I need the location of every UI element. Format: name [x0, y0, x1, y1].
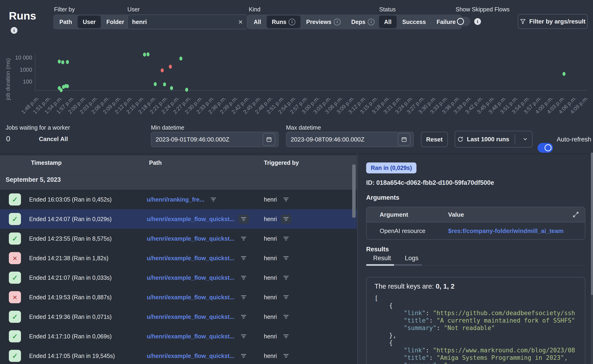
calendar-icon [266, 136, 272, 143]
row-path-link[interactable]: u/henri/example_flow_quickst... [147, 294, 235, 301]
row-path-link[interactable]: u/henri/example_flow_quickst... [147, 216, 235, 222]
kind-option-runs[interactable]: Runsi [267, 16, 301, 28]
expand-args-button[interactable] [572, 211, 579, 218]
kind-option-all[interactable]: All [249, 16, 266, 28]
run-data-point-success[interactable] [179, 57, 182, 60]
show-skipped-info-icon[interactable]: i [474, 18, 481, 25]
filter-by-user-icon[interactable] [281, 214, 291, 224]
user-search-value: henri [132, 18, 238, 26]
auto-refresh-toggle[interactable] [538, 143, 553, 153]
filter-args-button[interactable]: Filter by args/result [518, 14, 588, 29]
show-skipped-toggle[interactable] [455, 17, 470, 26]
max-datetime-input[interactable]: 2023-09-08T09:46:00.000Z [286, 132, 414, 147]
filter-by-user-icon[interactable] [281, 312, 291, 321]
table-row[interactable]: ×Ended 14:21:38 (Ran in 1,82s)u/henri/ex… [0, 248, 357, 268]
column-timestamp[interactable]: Timestamp [31, 159, 62, 166]
table-row[interactable]: ✓Ended 14:21:07 (Ran in 0,033s)u/henri/e… [0, 268, 357, 288]
filter-by-user-icon[interactable] [281, 273, 291, 282]
argument-value-link[interactable]: $res:f/company-folder/windmill_ai_team [448, 228, 564, 234]
row-path-link[interactable]: u/henri/ranking_fre... [147, 196, 204, 203]
column-triggered-by[interactable]: Triggered by [264, 159, 299, 166]
filter-by-path-icon[interactable] [238, 292, 249, 302]
run-data-point-success[interactable] [61, 60, 64, 64]
info-icon[interactable]: i [368, 19, 375, 25]
row-path-link[interactable]: u/henri/example_flow_quickst... [147, 353, 235, 359]
cancel-all-button[interactable]: Cancel All [39, 136, 68, 143]
status-option-success[interactable]: Success [397, 16, 431, 28]
run-data-point-success[interactable] [170, 86, 173, 90]
row-path-link[interactable]: u/henri/example_flow_quickst... [147, 313, 235, 320]
table-row[interactable]: ✓Ended 14:23:55 (Ran in 8,575s)u/henri/e… [0, 229, 357, 249]
user-search-input[interactable]: henri × [127, 14, 247, 29]
kind-segmented: AllRunsiPreviewsiDepsi [247, 14, 381, 29]
table-row[interactable]: ✓Ended 14:19:36 (Ran in 0,071s)u/henri/e… [0, 307, 357, 327]
row-timestamp: Ended 16:03:05 (Ran in 0,452s) [29, 196, 112, 203]
run-data-point-success[interactable] [60, 88, 63, 92]
filter-by-user-icon[interactable] [281, 292, 291, 302]
table-row[interactable]: ✓Ended 14:17:10 (Ran in 0,069s)u/henri/e… [0, 326, 357, 346]
run-data-point-failure[interactable] [169, 65, 172, 69]
filter-by-option-folder[interactable]: Folder [101, 16, 129, 28]
y-tick-label: 10 000 [7, 54, 32, 61]
run-data-point-failure[interactable] [161, 68, 164, 72]
table-row[interactable]: ×Ended 14:19:53 (Ran in 0,887s)u/henri/e… [0, 287, 357, 307]
result-viewer[interactable]: The result keys are: 0, 1, 2 [ { "link":… [366, 277, 585, 364]
filter-by-option-user[interactable]: User [78, 16, 101, 28]
run-data-point-success[interactable] [163, 82, 166, 86]
status-option-all[interactable]: All [379, 16, 397, 28]
last-runs-button[interactable]: Last 1000 runs [455, 131, 533, 148]
run-data-point-success[interactable] [66, 84, 69, 88]
table-row[interactable]: ✓Ended 14:17:05 (Ran in 19,545s)u/henri/… [0, 346, 357, 364]
run-data-point-success[interactable] [154, 82, 157, 86]
json-key: "summary" [404, 325, 436, 332]
filter-by-path-icon[interactable] [238, 312, 249, 321]
column-path[interactable]: Path [149, 159, 162, 166]
filter-by-path-icon[interactable] [238, 351, 249, 360]
filter-by-path-icon[interactable] [238, 332, 249, 341]
row-path-link[interactable]: u/henri/example_flow_quickst... [147, 274, 235, 281]
run-data-point-success[interactable] [58, 59, 61, 64]
runs-info-icon[interactable]: i [11, 27, 18, 34]
last-runs-dropdown[interactable] [519, 136, 532, 142]
kind-option-previews[interactable]: Previewsi [301, 16, 345, 28]
filter-args-label: Filter by args/result [529, 18, 585, 25]
calendar-icon [401, 136, 407, 143]
row-path-link[interactable]: u/henri/example_flow_quickst... [147, 333, 235, 340]
run-data-point-success[interactable] [66, 60, 69, 64]
clear-input-icon[interactable]: × [238, 18, 243, 26]
filter-by-user-icon[interactable] [281, 351, 291, 360]
filter-by-path-icon[interactable] [238, 214, 249, 224]
min-datetime-input[interactable]: 2023-09-01T09:46:00.000Z [151, 132, 279, 147]
option-label: Success [402, 19, 426, 25]
tab-logs[interactable]: Logs [405, 255, 419, 262]
run-data-point-success[interactable] [143, 52, 146, 57]
run-data-point-success[interactable] [146, 52, 150, 56]
filter-by-option-path[interactable]: Path [54, 16, 77, 28]
option-label: Folder [106, 19, 124, 25]
run-data-point-success[interactable] [185, 88, 188, 92]
kind-option-deps[interactable]: Depsi [346, 16, 380, 28]
reset-button[interactable]: Reset [421, 132, 448, 147]
filter-by-user-icon[interactable] [281, 254, 291, 263]
page-scrollbar-thumb[interactable] [591, 153, 593, 295]
filter-by-path-icon[interactable] [208, 195, 219, 204]
filter-by-path-icon[interactable] [238, 234, 249, 243]
table-row[interactable]: ✓Ended 14:24:07 (Ran in 0,029s)u/henri/e… [0, 209, 357, 229]
filter-by-path-icon[interactable] [238, 273, 249, 282]
min-calendar-button[interactable] [263, 133, 275, 146]
json-key: "link" [404, 347, 426, 354]
info-icon[interactable]: i [334, 19, 341, 25]
run-data-point-success[interactable] [562, 72, 566, 76]
filter-by-user-icon[interactable] [281, 332, 291, 341]
row-path-link[interactable]: u/henri/example_flow_quickst... [147, 235, 235, 242]
filter-by-path-icon[interactable] [238, 254, 249, 263]
row-path-cell: u/henri/example_flow_quickst... [147, 234, 249, 243]
filter-by-user-icon[interactable] [281, 195, 291, 204]
row-path-link[interactable]: u/henri/example_flow_quickst... [147, 255, 235, 262]
tab-result[interactable]: Result [373, 255, 391, 262]
table-scrollbar-thumb[interactable] [352, 164, 356, 218]
table-row[interactable]: ✓Ended 16:03:05 (Ran in 0,452s)u/henri/r… [0, 190, 357, 210]
filter-by-user-icon[interactable] [281, 234, 291, 243]
info-icon[interactable]: i [289, 19, 295, 25]
max-calendar-button[interactable] [398, 133, 410, 146]
